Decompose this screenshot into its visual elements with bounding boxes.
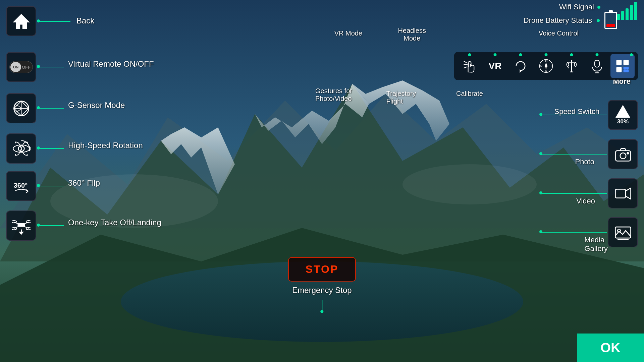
video-dot (539, 191, 542, 194)
svg-line-29 (464, 61, 467, 63)
svg-point-26 (26, 228, 30, 230)
vr-dot (494, 53, 497, 56)
photo-label: Photo (575, 158, 595, 166)
trajectory-button[interactable] (508, 54, 533, 78)
gallery-button[interactable] (608, 217, 638, 247)
high-speed-dot (37, 146, 40, 149)
svg-point-60 (627, 153, 628, 154)
svg-rect-53 (616, 67, 622, 72)
more-button[interactable] (610, 54, 635, 78)
wifi-bars (617, 2, 637, 20)
scale-icon (564, 59, 579, 73)
svg-line-31 (464, 67, 467, 68)
wifi-bar-5 (634, 2, 637, 20)
wifi-signal-dot (597, 6, 600, 9)
emergency-dot (320, 310, 323, 313)
svg-text:N: N (545, 59, 547, 62)
headless-button[interactable]: W E N S (534, 54, 558, 78)
high-speed-button[interactable] (6, 133, 36, 164)
calibrate-dot (570, 53, 573, 56)
emergency-line (322, 300, 322, 310)
wifi-bar-3 (626, 8, 629, 20)
stop-button[interactable]: STOP (288, 257, 356, 282)
gallery-line (540, 232, 607, 233)
voice-button[interactable] (585, 54, 609, 78)
grid-icon (615, 59, 630, 73)
flip360-dot (37, 184, 40, 187)
gestures-dot (468, 53, 471, 56)
wifi-bar-1 (617, 14, 620, 20)
svg-point-25 (12, 228, 16, 230)
toggle-track: ON OFF (9, 61, 33, 73)
flip360-icon: 360° (12, 177, 31, 195)
gallery-dot (539, 230, 542, 233)
battery-fill (606, 24, 615, 27)
video-button[interactable] (608, 178, 638, 208)
calibrate-button[interactable] (559, 54, 584, 78)
virtual-remote-container: ON OFF Virtual Remote ON/OFF (6, 52, 36, 82)
g-sensor-button[interactable] (6, 93, 36, 123)
takeoff-dot (37, 224, 40, 227)
flip360-button[interactable]: 360° (6, 171, 36, 201)
headless-dot (545, 53, 548, 56)
svg-rect-54 (624, 67, 626, 70)
toggle-on-text: ON (13, 65, 19, 69)
toggle-knob: ON (10, 62, 21, 72)
vr-button[interactable]: VR (483, 54, 507, 78)
home-button-container: Back (6, 6, 36, 36)
flip360-label: 360° Flip (68, 178, 100, 188)
high-speed-label: High-Speed Rotation (68, 141, 143, 150)
battery-tip (609, 10, 613, 12)
takeoff-button[interactable] (6, 210, 36, 241)
svg-marker-32 (520, 69, 521, 73)
voice-control-label: Voice Control (539, 29, 579, 37)
more-dot (630, 53, 633, 56)
flip360-container: 360° 360° Flip (6, 171, 36, 201)
svg-point-23 (12, 221, 16, 223)
gestures-label: Gestures forPhoto/Video (315, 87, 352, 103)
gallery-label: Media Gallery (584, 236, 608, 253)
emergency-label: Emergency Stop (292, 286, 352, 295)
speed-switch-container: 30% Speed Switch (608, 100, 638, 130)
photo-line (540, 154, 607, 155)
gestures-button[interactable] (458, 54, 482, 78)
photo-button[interactable] (608, 139, 638, 169)
svg-marker-16 (29, 147, 30, 150)
voice-dot (596, 53, 599, 56)
vr-text: VR (489, 61, 502, 71)
drone-spin-icon (12, 139, 31, 158)
ui-layer: Wifi Signal Drone Battery Status Bac (0, 0, 644, 362)
svg-marker-10 (13, 14, 30, 29)
svg-rect-57 (626, 70, 629, 72)
video-label: Video (576, 197, 595, 205)
svg-rect-52 (624, 60, 629, 65)
ok-button[interactable]: OK (577, 334, 644, 362)
video-container: Video (608, 178, 638, 208)
svg-rect-56 (624, 70, 626, 72)
svg-rect-55 (626, 67, 629, 70)
g-sensor-icon (12, 99, 31, 118)
trajectory-label: TrajectoryFlight (386, 90, 416, 105)
svg-point-40 (545, 65, 547, 67)
svg-text:W: W (539, 64, 543, 68)
gallery-container: Media Gallery (608, 217, 638, 247)
photo-container: Photo (608, 139, 638, 169)
takeoff-label: One-key Take Off/Landing (68, 218, 161, 227)
speed-value: 30% (617, 118, 629, 125)
wifi-bar-2 (621, 11, 624, 20)
back-connector-line (37, 21, 70, 22)
g-sensor-line (37, 108, 64, 109)
svg-rect-61 (615, 189, 626, 198)
toggle-off-text: OFF (22, 65, 31, 70)
flip360-line (37, 186, 64, 186)
trajectory-dot (519, 53, 522, 56)
video-line (540, 193, 607, 194)
svg-text:360°: 360° (13, 182, 28, 189)
svg-point-24 (26, 221, 30, 223)
high-speed-line (37, 148, 64, 149)
speed-switch-button[interactable]: 30% (608, 100, 638, 130)
g-sensor-dot (37, 106, 40, 109)
home-button[interactable] (6, 6, 36, 36)
virtual-remote-toggle[interactable]: ON OFF (6, 52, 36, 82)
calibrate-label: Calibrate (456, 90, 483, 98)
